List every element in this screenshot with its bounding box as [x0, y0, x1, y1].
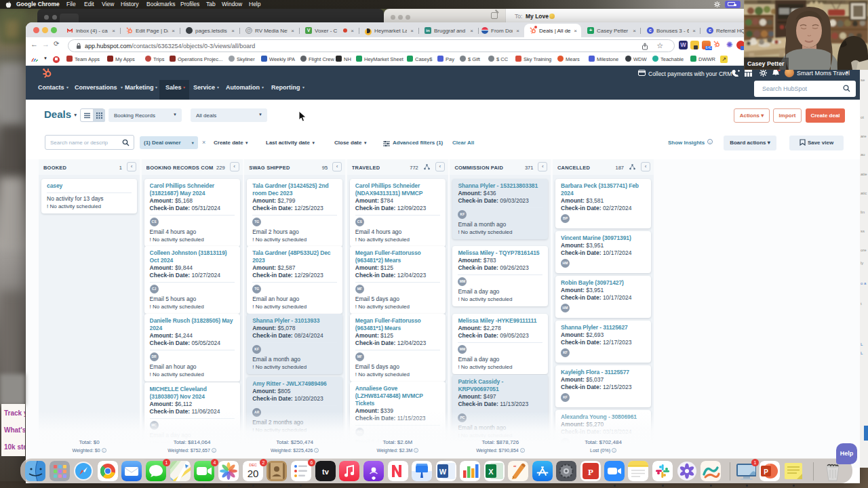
svg-text:20: 20 [248, 468, 259, 479]
svg-text:X: X [488, 468, 494, 476]
svg-text:DEC: DEC [249, 463, 257, 467]
svg-text:W: W [439, 468, 447, 476]
svg-text:P: P [764, 468, 768, 476]
svg-text:“: “ [513, 464, 517, 470]
svg-text:tv: tv [322, 468, 330, 476]
svg-text:P: P [588, 467, 593, 477]
